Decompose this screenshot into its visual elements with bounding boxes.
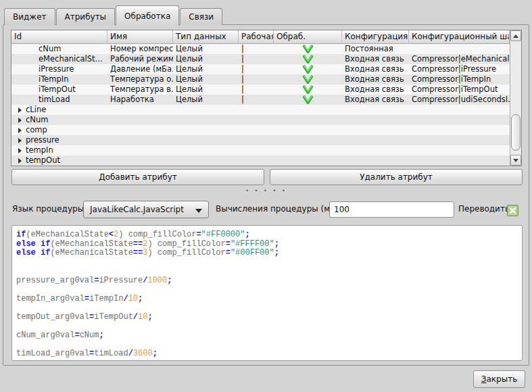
config-cell: Входная связь [342,95,409,105]
config-cell: Входная связь [342,84,409,95]
attributes-table-body: cNumНомер компрес...Целый|ПостояннаяeMec… [11,44,510,166]
calc-period-label: Вычисления процедуры (мс): [216,204,341,214]
config-cell: Постоянная [342,44,409,54]
translate-label: Переводить: [458,204,512,214]
processed-cell [274,64,342,74]
tree-group-label: tempOut [22,155,60,166]
tree-group-row[interactable]: tempOut [11,155,510,166]
tab-Виджет[interactable]: Виджет [4,8,55,25]
tree-group-label: comp [22,125,47,135]
scrollbar-thumb[interactable] [511,114,521,151]
table-cell: | [239,74,274,84]
tree-group-row[interactable]: pressure [11,135,510,145]
table-cell: timLoad [11,95,107,105]
table-cell: | [239,84,274,95]
calc-period-input[interactable] [329,201,454,218]
column-header[interactable]: Конфигурационный шаблон [409,30,510,44]
code-line: timLoad_arg0val=timLoad/3600; [16,349,518,359]
table-cell: Температура о... [107,74,173,84]
code-line [16,340,518,349]
dialog-window: { "tabs": [ { "label": "Виджет" }, { "la… [0,0,532,392]
table-row[interactable]: eMechanicalSt...Рабочий режимЦелый|Входн… [11,54,510,64]
table-cell: Рабочий режим [107,54,173,64]
processed-cell [274,74,342,84]
table-cell: Целый [173,44,239,54]
column-header[interactable]: Рабочая [239,30,274,44]
close-button[interactable]: Закрыть [473,370,525,388]
code-line: tempIn_arg0val=iTempIn/10; [16,295,518,304]
table-cell: eMechanicalSt... [11,54,107,64]
column-header[interactable]: Id [11,30,107,44]
code-line [16,267,518,276]
tree-group-label: cLine [22,105,46,115]
table-cell: Целый [173,84,239,95]
processed-check-icon [302,45,314,53]
processed-cell [274,84,342,95]
code-line: pressure_arg0val=iPressure/1000; [16,276,518,286]
procedure-language-select[interactable]: JavaLikeCalc.JavaScript [83,201,209,218]
close-button-label: акрыть [486,374,517,384]
tree-group-row[interactable]: comp [11,125,510,135]
processed-cell [274,44,342,54]
scroll-down-button[interactable] [510,155,521,166]
table-cell: Целый [173,64,239,74]
code-line: cNum_arg0val=cNum; [16,331,518,341]
column-header[interactable]: Имя [107,30,173,44]
tree-group-label: pressure [22,135,59,145]
processed-check-icon [302,85,314,94]
procedure-code-editor[interactable]: if(eMechanicalState<2) comp_fillColor="#… [11,225,523,361]
template-cell [409,44,510,54]
table-row[interactable]: iTempInТемпература о...Целый|Входная свя… [11,74,510,84]
table-cell: iPressure [11,64,107,74]
tree-group-row[interactable]: tempIn [11,145,510,155]
tree-group-row[interactable]: cLine [11,105,510,115]
tab-Связи[interactable]: Связи [180,8,222,25]
code-line: else if(eMechanicalState==3) comp_fillCo… [16,249,518,258]
table-cell: Целый [173,95,239,105]
translate-checkbox[interactable] [507,205,518,216]
processed-check-icon [302,55,314,64]
splitter-handle[interactable]: · · · · · [3,187,529,194]
table-row[interactable]: cNumНомер компрес...Целый|Постоянная [11,44,510,54]
column-header[interactable]: Конфигурация [342,30,409,44]
table-cell: iTempIn [11,74,107,84]
tree-group-row[interactable]: cNum [11,115,510,125]
code-line [16,303,518,313]
x-mark-icon [509,207,516,214]
tab-Обработка[interactable]: Обработка [116,5,179,26]
vertical-scrollbar[interactable] [510,30,521,166]
code-line: tempOut_arg0val=iTempOut/10; [16,313,518,322]
code-line [16,258,518,268]
config-cell: Входная связь [342,54,409,64]
template-cell: Compressor|iTempIn [409,74,510,84]
procedure-language-value: JavaLikeCalc.JavaScript [90,205,184,214]
chevron-down-icon [195,209,202,213]
code-line: else if(eMechanicalState==2) comp_fillCo… [16,240,518,249]
template-cell: Compressor|eMechanical... [409,54,510,64]
table-cell: Температура в... [107,84,173,95]
table-cell: Целый [173,54,239,64]
tree-group-label: tempIn [22,145,53,155]
table-cell: Давление (мБа... [107,64,173,74]
table-cell: | [239,54,274,64]
table-row[interactable]: timLoadНаработкаЦелый|Входная связьCompr… [11,95,510,105]
table-row[interactable]: iPressureДавление (мБа...Целый|Входная с… [11,64,510,74]
code-line: if(eMechanicalState<2) comp_fillColor="#… [16,230,518,240]
processed-check-icon [302,65,314,74]
procedure-language-label: Язык процедуры: [12,204,87,214]
tab-pane-processing: IdИмяТип данныхРабочаяОбраб.Конфигурация… [3,24,529,366]
add-attribute-button[interactable]: Добавить атрибут [11,169,264,185]
table-cell: | [239,64,274,74]
column-header[interactable]: Тип данных [173,30,239,44]
remove-attribute-button[interactable]: Удалить атрибут [270,169,523,185]
table-row[interactable]: iTempOutТемпература в...Целый|Входная св… [11,84,510,95]
processed-check-icon [302,75,314,84]
table-cell: | [239,95,274,105]
tab-Атрибуты[interactable]: Атрибуты [56,8,116,25]
attributes-table-header: IdИмяТип данныхРабочаяОбраб.Конфигурация… [11,30,521,44]
scroll-up-button[interactable] [510,30,521,41]
column-header[interactable]: Обраб. [274,30,342,44]
table-cell: | [239,44,274,54]
config-cell: Входная связь [342,74,409,84]
arrow-up-icon [513,34,518,38]
